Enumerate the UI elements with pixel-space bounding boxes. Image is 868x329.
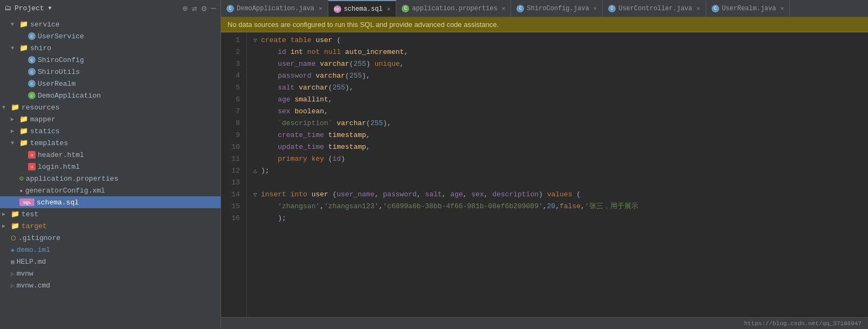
tab-close-icon[interactable]: ✕	[780, 5, 784, 12]
warning-bar: No data sources are configured to run th…	[221, 17, 868, 32]
folder-icon: 📁	[19, 44, 28, 52]
arrow-icon: ▶	[2, 223, 9, 229]
arrow-icon: ▶	[2, 211, 9, 217]
sidebar-item-test[interactable]: ▶ 📁 test	[0, 208, 221, 220]
sidebar-item-label: HELP.md	[17, 258, 46, 266]
code-line-3: user_name varchar(255) unique,	[253, 58, 868, 70]
sidebar-item-target[interactable]: ▶ 📁 target	[0, 220, 221, 232]
code-line-2: id int not null auto_increment,	[253, 46, 868, 58]
arrow-icon: ▶	[11, 116, 17, 122]
sidebar-item-label: mapper	[30, 115, 56, 124]
spacer	[253, 118, 261, 129]
code-view[interactable]: 1 2 3 4 5 6 7 8 9 10 11 12 13 14 15 16	[221, 32, 868, 317]
sidebar-item-help-md[interactable]: ▦ HELP.md	[0, 256, 221, 268]
sidebar-item-label: .gitignore	[18, 234, 60, 242]
sidebar-item-generatorConfig[interactable]: ✦ generatorConfig.xml	[0, 184, 221, 196]
code-line-16: );	[253, 213, 868, 224]
folder-icon: 📁	[11, 210, 19, 218]
tab-close-icon[interactable]: ✕	[502, 5, 506, 12]
project-dropdown-icon[interactable]: ▼	[49, 5, 52, 11]
arrow-icon: ▼	[11, 45, 17, 51]
java-icon: C	[28, 68, 36, 76]
sidebar-item-label: mvnw	[17, 270, 33, 278]
sidebar-item-resources[interactable]: ▼ 📁 resources	[0, 101, 221, 113]
tab-close-icon[interactable]: ✕	[319, 5, 322, 12]
sidebar-item-label: UserService	[38, 32, 84, 40]
sidebar-item-demo-iml[interactable]: ◈ demo.iml	[0, 244, 221, 256]
tab-application[interactable]: C application.properties ✕	[396, 0, 511, 17]
sidebar-item-label: statics	[30, 127, 60, 135]
sidebar-item-templates[interactable]: ▼ 📁 templates	[0, 137, 221, 149]
sidebar-item-shiro[interactable]: ▼ 📁 shiro	[0, 42, 221, 54]
spacer	[253, 46, 261, 58]
sidebar-item-ShiroUtils[interactable]: C ShiroUtils	[0, 66, 221, 78]
tab-close-icon[interactable]: ✕	[697, 5, 700, 12]
code-line-10: update_time timestamp,	[253, 141, 868, 153]
fold-button[interactable]: ▽	[253, 35, 261, 46]
sql-icon: SQL	[334, 5, 341, 13]
code-content[interactable]: ▽create table user ( id int not null aut…	[247, 32, 868, 317]
tab-close-icon[interactable]: ✕	[387, 5, 391, 12]
minimize-icon[interactable]: —	[211, 4, 216, 13]
folder-icon: 📁	[19, 20, 28, 29]
sidebar-item-mvnw[interactable]: ▷ mvnw	[0, 268, 221, 279]
settings-icon[interactable]: ⚙	[202, 3, 207, 14]
sidebar-item-label: login.html	[38, 163, 80, 171]
sidebar-item-mvnw-cmd[interactable]: ▷ mvnw.cmd	[0, 279, 221, 291]
sidebar-item-label: UserRealm	[38, 80, 75, 88]
folder-icon: 📁	[19, 127, 28, 135]
sidebar-item-statics[interactable]: ▶ 📁 statics	[0, 125, 221, 137]
editor-area: No data sources are configured to run th…	[221, 17, 868, 329]
code-line-9: create_time timestamp,	[253, 129, 868, 141]
fold-button[interactable]: △	[253, 165, 261, 177]
sidebar-item-UserRealm[interactable]: C UserRealm	[0, 78, 221, 90]
tabs-container: C DemoApplication.java ✕ SQL schema.sql …	[221, 0, 868, 17]
tab-UserRealm[interactable]: C UserRealm.java ✕	[706, 0, 790, 17]
tab-close-icon[interactable]: ✕	[594, 5, 597, 12]
sidebar-item-label: demo.iml	[17, 246, 50, 254]
fold-button[interactable]: ▽	[253, 189, 261, 201]
tab-label: schema.sql	[344, 5, 383, 13]
spacer	[253, 106, 261, 118]
tab-label: DemoApplication.java	[237, 5, 314, 12]
sidebar-item-schema-sql[interactable]: SQL schema.sql	[0, 196, 221, 208]
status-bar: https://blog.csdn.net/qq_37186947	[221, 317, 868, 329]
tab-schema[interactable]: SQL schema.sql ✕	[328, 0, 397, 17]
sidebar-item-DemoApplication[interactable]: C DemoApplication	[0, 90, 221, 101]
folder-icon: 📁	[19, 115, 28, 124]
java-icon: C	[28, 80, 36, 87]
code-line-13	[253, 177, 868, 189]
folder-icon: 📁	[11, 103, 19, 112]
xml-icon: ✦	[19, 187, 23, 194]
spacer	[253, 94, 261, 106]
tab-ShiroConfig[interactable]: C ShiroConfig.java ✕	[511, 0, 603, 17]
sidebar-item-header-html[interactable]: H header.html	[0, 149, 221, 161]
arrow-icon: ▶	[11, 128, 17, 134]
sidebar-item-label: service	[30, 20, 60, 29]
sidebar-item-mapper[interactable]: ▶ 📁 mapper	[0, 113, 221, 125]
file-icon: ▷	[11, 270, 15, 277]
sidebar-item-ShiroConfig[interactable]: C ShiroConfig	[0, 54, 221, 66]
sidebar-item-application-properties[interactable]: ⚙ application.properties	[0, 173, 221, 184]
tab-label: UserController.java	[618, 5, 692, 12]
sidebar-item-label: generatorConfig.xml	[25, 187, 105, 195]
sidebar: ▼ 📁 service C UserService ▼ 📁 shiro C Sh…	[0, 17, 221, 329]
sidebar-item-label: DemoApplication	[38, 92, 101, 100]
project-header[interactable]: 🗂 Project ▼ ⊕ ⇄ ⚙ —	[0, 0, 221, 17]
spacer	[253, 70, 261, 82]
add-icon[interactable]: ⊕	[182, 3, 188, 14]
sidebar-item-UserService[interactable]: C UserService	[0, 30, 221, 42]
tab-label: ShiroConfig.java	[527, 5, 589, 12]
md-icon: ▦	[11, 258, 15, 265]
java-icon: C	[516, 5, 524, 12]
tab-DemoApplication[interactable]: C DemoApplication.java ✕	[221, 0, 328, 17]
project-label: Project	[15, 4, 44, 12]
sidebar-item-login-html[interactable]: H login.html	[0, 161, 221, 173]
main-area: ▼ 📁 service C UserService ▼ 📁 shiro C Sh…	[0, 17, 868, 329]
code-line-4: password varchar(255),	[253, 70, 868, 82]
tab-UserController[interactable]: C UserController.java ✕	[603, 0, 706, 17]
html-icon: H	[28, 151, 36, 159]
sidebar-item-service[interactable]: ▼ 📁 service	[0, 18, 221, 30]
sync-icon[interactable]: ⇄	[192, 3, 197, 14]
sidebar-item-gitignore[interactable]: ⬡ .gitignore	[0, 232, 221, 244]
